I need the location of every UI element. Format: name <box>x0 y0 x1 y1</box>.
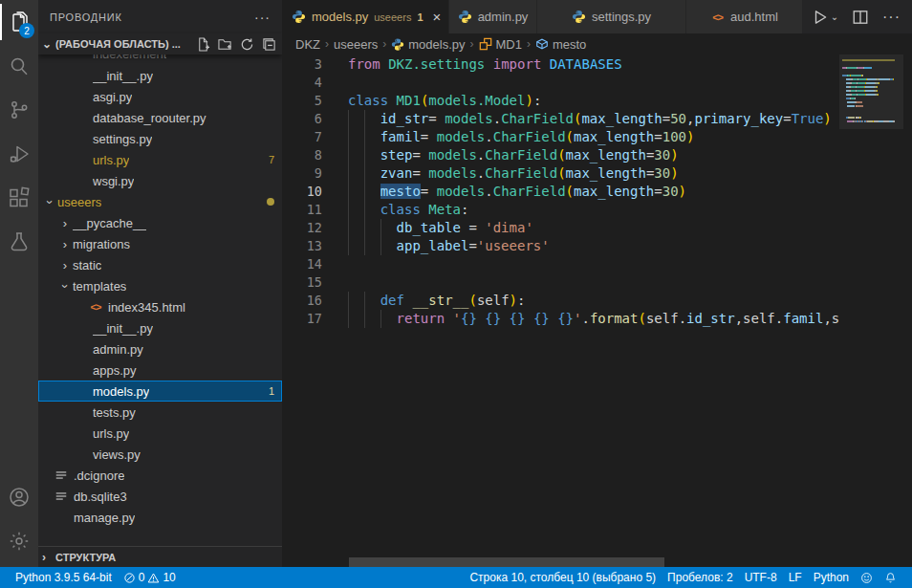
tree-item-label: settings.py <box>93 132 152 146</box>
new-folder-icon[interactable] <box>218 37 232 52</box>
line-number[interactable]: 11 <box>282 201 322 219</box>
activitybar-explorer[interactable]: 2 <box>0 0 38 44</box>
tree-file-admin-py[interactable]: admin.py <box>38 338 282 359</box>
encoding-status[interactable]: UTF-8 <box>739 567 783 588</box>
line-number[interactable]: 8 <box>282 146 322 164</box>
horizontal-scrollbar[interactable] <box>349 557 664 567</box>
breadcrumb-separator: › <box>325 37 329 51</box>
activitybar-settings[interactable] <box>0 519 38 563</box>
explorer-more-actions-button[interactable]: ··· <box>254 10 271 25</box>
eol-status[interactable]: LF <box>783 567 808 588</box>
tree-file-urls-py[interactable]: urls.py7 <box>38 149 282 170</box>
line-number[interactable]: 17 <box>282 310 322 328</box>
tree-file-views-py[interactable]: views.py <box>38 444 282 465</box>
tab-models-py[interactable]: models.pyuseeers1× <box>282 0 449 33</box>
activitybar-search[interactable] <box>0 44 38 88</box>
tree-file-models-py[interactable]: models.py1 <box>38 381 282 402</box>
tree-folder--pycache-[interactable]: ›__pycache__ <box>38 212 282 233</box>
tree-file-apps-py[interactable]: apps.py <box>38 359 282 381</box>
code-line-11[interactable]: 11 class Meta: <box>282 201 912 219</box>
tree-folder-static[interactable]: ›static <box>38 254 282 275</box>
code-line-15[interactable]: 15 <box>282 273 912 292</box>
code-line-3[interactable]: 3from DKZ.settings import DATABASES <box>282 55 912 74</box>
activitybar-source-control[interactable] <box>0 88 38 132</box>
line-number[interactable]: 15 <box>282 273 322 292</box>
tree-file-settings-py[interactable]: settings.py <box>38 128 282 149</box>
minimap[interactable] <box>839 54 903 567</box>
editor-more-actions-button[interactable]: ··· <box>882 9 901 26</box>
line-number[interactable]: 3 <box>282 55 322 74</box>
chevron-right-icon: › <box>42 551 55 564</box>
code-line-9[interactable]: 9 zvan= models.CharField(max_length=30) <box>282 164 912 183</box>
tree-file-indexelement[interactable]: indexelement <box>38 54 282 65</box>
tree-file--init-py[interactable]: __init__.py <box>38 65 282 86</box>
tree-file-manage-py[interactable]: manage.py <box>38 507 282 528</box>
line-number[interactable]: 6 <box>282 110 322 128</box>
code-line-4[interactable]: 4 <box>282 74 912 92</box>
line-number[interactable]: 10 <box>282 183 322 201</box>
tab-admin-py[interactable]: admin.py <box>449 0 537 33</box>
tree-item-label: __init__.py <box>93 69 153 83</box>
indentation-status[interactable]: Пробелов: 2 <box>662 567 739 588</box>
line-number[interactable]: 4 <box>282 74 322 92</box>
tree-folder-migrations[interactable]: ›migrations <box>38 233 282 254</box>
python-interpreter-status[interactable]: Python 3.9.5 64-bit <box>10 567 118 588</box>
tree-file-urls-py[interactable]: urls.py <box>38 423 282 444</box>
tree-folder-useeers[interactable]: ›useeers <box>38 191 282 212</box>
split-editor-icon[interactable] <box>852 9 869 26</box>
new-file-icon[interactable] <box>196 37 210 52</box>
code-line-6[interactable]: 6 id_str= models.CharField(max_length=50… <box>282 110 912 128</box>
tree-file-db-sqlite3[interactable]: db.sqlite3 <box>38 486 282 507</box>
tree-file--dcignore[interactable]: .dcignore <box>38 465 282 486</box>
line-number[interactable]: 12 <box>282 219 322 237</box>
activitybar-account[interactable] <box>0 475 38 519</box>
code-line-17[interactable]: 17 return '{} {} {} {} {}'.format(self.i… <box>282 310 912 328</box>
tree-file-index345-html[interactable]: <>index345.html <box>38 296 282 317</box>
activitybar-testing[interactable] <box>0 220 38 264</box>
code-line-13[interactable]: 13 app_label='useeers' <box>282 237 912 255</box>
outline-section-header[interactable]: › СТРУКТУРА <box>38 546 282 567</box>
line-number[interactable]: 5 <box>282 92 322 110</box>
code-line-12[interactable]: 12 db_table = 'dima' <box>282 219 912 237</box>
run-icon[interactable] <box>812 9 829 26</box>
code-line-5[interactable]: 5class MD1(models.Model): <box>282 92 912 110</box>
workspace-section-header[interactable]: ⌄ (РАБОЧАЯ ОБЛАСТЬ) ... <box>38 33 282 54</box>
collapse-all-icon[interactable] <box>262 37 276 52</box>
tab-aud-html[interactable]: <>aud.html <box>686 0 803 33</box>
feedback-icon[interactable] <box>855 567 879 588</box>
python-icon <box>458 10 472 24</box>
line-number[interactable]: 9 <box>282 164 322 183</box>
tree-file--init-py[interactable]: __init__.py <box>38 317 282 338</box>
tab-settings-py[interactable]: settings.py <box>537 0 686 33</box>
refresh-icon[interactable] <box>240 37 254 52</box>
code-line-7[interactable]: 7 famil= models.CharField(max_length=100… <box>282 128 912 146</box>
line-number[interactable]: 7 <box>282 128 322 146</box>
tree-folder-templates[interactable]: ›templates <box>38 275 282 296</box>
activitybar-extensions[interactable] <box>0 176 38 220</box>
code-line-14[interactable]: 14 <box>282 255 912 273</box>
code-line-8[interactable]: 8 step= models.CharField(max_length=30) <box>282 146 912 164</box>
breadcrumb-item-md1[interactable]: MD1 <box>479 37 522 52</box>
breadcrumb-item-useeers[interactable]: useeers <box>334 37 378 52</box>
tree-file-tests-py[interactable]: tests.py <box>38 402 282 423</box>
notifications-bell-icon[interactable] <box>879 567 902 588</box>
language-mode-status[interactable]: Python <box>808 567 855 588</box>
run-python-file-button[interactable]: ⌄ <box>812 9 838 26</box>
breadcrumb-item-mesto[interactable]: mesto <box>535 37 586 52</box>
tree-file-database-roouter-py[interactable]: database_roouter.py <box>38 107 282 128</box>
cursor-position-status[interactable]: Строка 10, столбец 10 (выбрано 5) <box>464 567 662 588</box>
line-number[interactable]: 16 <box>282 292 322 310</box>
line-number[interactable]: 14 <box>282 255 322 273</box>
line-number[interactable]: 13 <box>282 237 322 255</box>
breadcrumb-item-dkz[interactable]: DKZ <box>295 37 320 52</box>
tree-file-asgi-py[interactable]: asgi.py <box>38 86 282 107</box>
code-editor[interactable]: 3from DKZ.settings import DATABASES45cla… <box>282 54 912 567</box>
code-line-10[interactable]: 10 mesto= models.CharField(max_length=30… <box>282 183 912 201</box>
indent-guide <box>364 310 380 328</box>
activitybar-run-debug[interactable] <box>0 132 38 176</box>
code-line-16[interactable]: 16 def __str__(self): <box>282 292 912 310</box>
breadcrumb-item-models-py[interactable]: models.py <box>391 37 465 52</box>
tree-file-wsgi-py[interactable]: wsgi.py <box>38 170 282 191</box>
problems-status[interactable]: 0 10 <box>118 567 182 588</box>
close-icon[interactable]: × <box>433 9 442 25</box>
